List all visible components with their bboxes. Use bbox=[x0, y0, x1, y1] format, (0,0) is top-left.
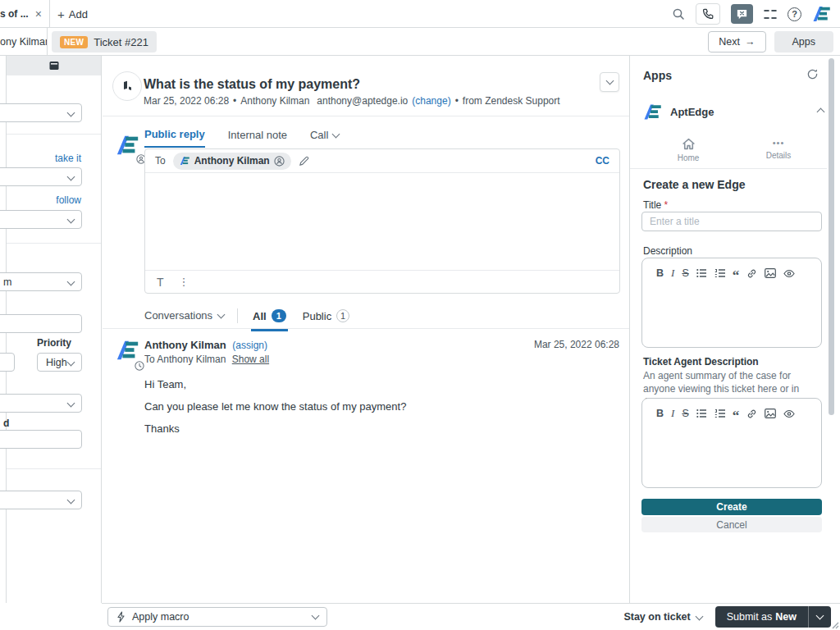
cancel-button[interactable]: Cancel bbox=[641, 517, 822, 532]
sidebar-panel-tab[interactable] bbox=[7, 56, 101, 75]
recipient-name: Anthony Kilman bbox=[194, 155, 270, 167]
sidebar-input-2[interactable] bbox=[0, 430, 82, 449]
apps-toggle-button[interactable]: Apps bbox=[774, 31, 834, 52]
add-tab-button[interactable]: + Add bbox=[57, 0, 88, 28]
refresh-apps-icon[interactable] bbox=[806, 68, 819, 80]
sidebar-input-1[interactable] bbox=[0, 314, 82, 333]
aptedge-app-header[interactable]: AptEdge bbox=[643, 103, 824, 121]
image-icon[interactable] bbox=[765, 409, 776, 418]
open-ticket-tab[interactable]: s of ... × bbox=[0, 0, 50, 28]
conversations-dropdown[interactable]: Conversations bbox=[144, 308, 224, 322]
next-ticket-button[interactable]: Next → bbox=[708, 31, 765, 52]
image-icon[interactable] bbox=[765, 268, 776, 278]
sidebar-select-3[interactable] bbox=[0, 210, 82, 229]
create-button[interactable]: Create bbox=[641, 499, 822, 515]
ticket-fields-sidebar: take it follow m Priority High d bbox=[0, 56, 102, 603]
help-icon[interactable]: ? bbox=[788, 7, 801, 21]
message-avatar bbox=[116, 339, 144, 367]
sidebar-select-4[interactable] bbox=[0, 394, 82, 413]
recipient-pill[interactable]: Anthony Kilman bbox=[173, 153, 291, 170]
app-nav-details[interactable]: ••• Details bbox=[733, 138, 824, 162]
bullet-list-icon[interactable] bbox=[696, 409, 707, 418]
agent-description-editor[interactable]: B I S “ bbox=[641, 398, 822, 488]
apps-panel: Apps AptEdge Home ••• Details Create a n… bbox=[629, 56, 840, 603]
clock-badge-icon bbox=[133, 359, 145, 372]
tab-call[interactable]: Call bbox=[310, 128, 339, 148]
ticket-via: from Zendesk Support bbox=[463, 95, 560, 107]
italic-icon[interactable]: I bbox=[671, 267, 674, 280]
bold-icon[interactable]: B bbox=[656, 267, 664, 279]
message-paragraph: Can you please let me know the status of… bbox=[144, 395, 406, 418]
panel-scrollbar[interactable] bbox=[829, 58, 834, 415]
composer-tabs: Public reply Internal note Call bbox=[144, 128, 339, 148]
submit-options-caret[interactable] bbox=[809, 606, 831, 628]
conversations-tab-public[interactable]: Public 1 bbox=[301, 308, 351, 329]
collapse-header-button[interactable] bbox=[600, 72, 619, 92]
sidebar-select-1[interactable] bbox=[0, 103, 82, 122]
text-format-icon[interactable]: T bbox=[157, 276, 164, 289]
link-icon[interactable] bbox=[746, 268, 757, 279]
macro-zap-icon bbox=[116, 611, 126, 623]
messaging-widget-icon[interactable] bbox=[731, 4, 753, 24]
close-tab-icon[interactable]: × bbox=[35, 7, 42, 21]
strikethrough-icon[interactable]: S bbox=[682, 267, 688, 279]
app-nav-home[interactable]: Home bbox=[643, 138, 733, 162]
preview-eye-icon[interactable] bbox=[783, 409, 795, 418]
collapse-app-icon[interactable] bbox=[817, 108, 825, 116]
agent-description-label: Ticket Agent Description bbox=[643, 356, 759, 368]
show-all-link[interactable]: Show all bbox=[232, 354, 269, 365]
agent-avatar bbox=[116, 134, 144, 162]
cc-link[interactable]: CC bbox=[596, 155, 609, 167]
stay-on-ticket-dropdown[interactable]: Stay on ticket bbox=[623, 611, 701, 623]
bullet-list-icon[interactable] bbox=[696, 268, 707, 278]
assign-link[interactable]: (assign) bbox=[232, 340, 267, 351]
ticket-meta: Mar 25, 2022 06:28 • Anthony Kilman anth… bbox=[144, 95, 560, 107]
app-name: AptEdge bbox=[670, 106, 714, 118]
apps-grid-icon[interactable] bbox=[764, 7, 777, 21]
ticket-footer-bar: Apply macro Stay on ticket Submit as New bbox=[102, 603, 840, 630]
submit-status: New bbox=[775, 611, 797, 623]
reply-textarea[interactable] bbox=[145, 173, 619, 270]
search-icon[interactable] bbox=[672, 7, 685, 21]
more-options-icon[interactable]: ⋮ bbox=[179, 276, 190, 288]
message-author: Anthony Kilman bbox=[144, 339, 226, 351]
apply-macro-select[interactable]: Apply macro bbox=[107, 607, 327, 627]
quote-icon[interactable]: “ bbox=[733, 267, 740, 279]
priority-select[interactable]: High bbox=[37, 353, 82, 372]
sidebar-select-2[interactable] bbox=[0, 167, 82, 186]
edit-pencil-icon[interactable] bbox=[299, 156, 309, 167]
public-count-badge: 1 bbox=[336, 309, 349, 322]
ordered-list-icon[interactable] bbox=[714, 409, 725, 418]
aptedge-logo-icon[interactable] bbox=[812, 5, 832, 23]
description-label: Description bbox=[643, 245, 692, 257]
description-editor[interactable]: B I S “ bbox=[641, 258, 822, 348]
home-icon bbox=[682, 138, 696, 150]
tab-title: s of ... bbox=[0, 8, 29, 20]
bold-icon[interactable]: B bbox=[656, 408, 664, 419]
previous-ticket-tab[interactable]: ony Kilman bbox=[0, 28, 48, 56]
phone-button[interactable] bbox=[696, 3, 720, 25]
reply-composer: To Anthony Kilman CC T ⋮ bbox=[144, 148, 620, 294]
sidebar-select-type[interactable]: m bbox=[0, 272, 82, 291]
tab-public-reply[interactable]: Public reply bbox=[144, 128, 205, 148]
composer-toolbar: T ⋮ bbox=[145, 270, 619, 293]
link-icon[interactable] bbox=[746, 409, 757, 419]
take-it-link[interactable]: take it bbox=[55, 153, 81, 164]
submit-as-new-button[interactable]: Submit as New bbox=[715, 606, 808, 628]
sidebar-select-5[interactable] bbox=[0, 491, 82, 509]
tab-internal-note[interactable]: Internal note bbox=[228, 128, 287, 148]
follow-link[interactable]: follow bbox=[56, 194, 81, 206]
quote-icon[interactable]: “ bbox=[733, 408, 740, 419]
strikethrough-icon[interactable]: S bbox=[682, 408, 688, 419]
priority-label: Priority bbox=[37, 337, 71, 349]
italic-icon[interactable]: I bbox=[671, 407, 674, 420]
ordered-list-icon[interactable] bbox=[714, 268, 725, 278]
active-ticket-tab[interactable]: NEW Ticket #221 bbox=[52, 31, 157, 52]
person-circle-icon bbox=[274, 156, 285, 167]
editor-toolbar: B I S “ bbox=[642, 258, 821, 280]
sidebar-input-partial[interactable] bbox=[0, 353, 15, 372]
edge-title-input[interactable] bbox=[641, 212, 822, 231]
preview-eye-icon[interactable] bbox=[783, 269, 795, 278]
resize-handle[interactable] bbox=[831, 621, 839, 629]
change-requester-link[interactable]: (change) bbox=[412, 95, 450, 107]
